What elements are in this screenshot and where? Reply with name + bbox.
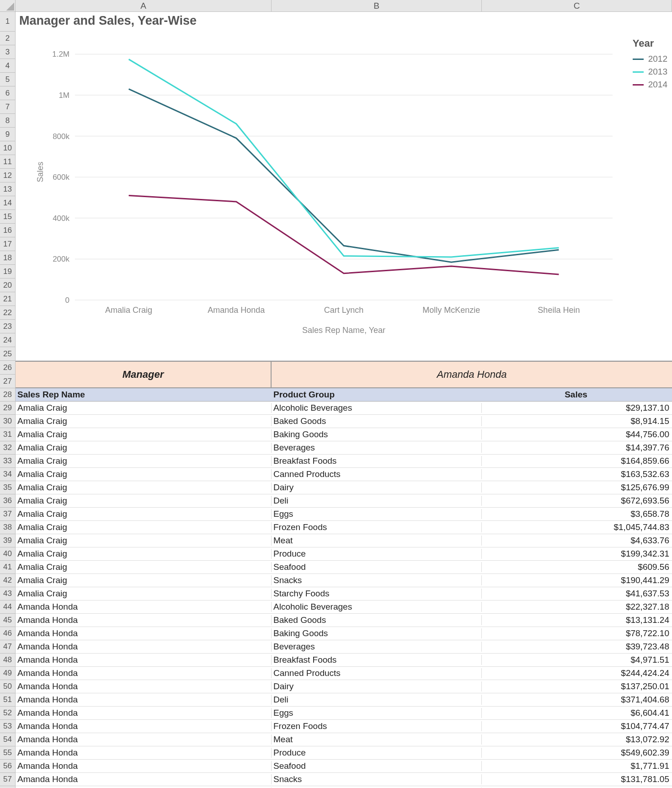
- cell-product-group[interactable]: Eggs: [272, 509, 482, 519]
- column-header-b[interactable]: B: [272, 0, 482, 12]
- cell-sales[interactable]: $22,327.18: [482, 602, 672, 612]
- cell-product-group[interactable]: Frozen Foods: [272, 522, 482, 532]
- row-header-52[interactable]: 52: [0, 707, 16, 720]
- cell-product-group[interactable]: Snacks: [272, 774, 482, 784]
- cell-sales-rep[interactable]: Amalia Craig: [16, 522, 272, 532]
- row-header-55[interactable]: 55: [0, 746, 16, 760]
- table-row[interactable]: Amanda HondaBaking Goods$78,722.10: [16, 627, 672, 640]
- row-header-46[interactable]: 46: [0, 627, 16, 640]
- row-header-25[interactable]: 25: [0, 347, 16, 361]
- row-header-48[interactable]: 48: [0, 654, 16, 667]
- cell-product-group[interactable]: Breakfast Foods: [272, 655, 482, 665]
- row-header-51[interactable]: 51: [0, 693, 16, 707]
- row-header-38[interactable]: 38: [0, 521, 16, 534]
- cell-sales[interactable]: $4,971.51: [482, 655, 672, 665]
- cell-sales-rep[interactable]: Amanda Honda: [16, 615, 272, 625]
- cell-sales-rep[interactable]: Amanda Honda: [16, 602, 272, 612]
- cell-sales-rep[interactable]: Amalia Craig: [16, 496, 272, 506]
- cell-sales-rep[interactable]: Amalia Craig: [16, 536, 272, 546]
- cell-product-group[interactable]: Snacks: [272, 575, 482, 585]
- row-header-56[interactable]: 56: [0, 760, 16, 773]
- chart-object[interactable]: Manager and Sales, Year-Wise 0200k400k60…: [16, 12, 672, 361]
- row-header-19[interactable]: 19: [0, 265, 16, 279]
- row-header-53[interactable]: 53: [0, 720, 16, 733]
- table-row[interactable]: Amanda HondaAlcoholic Beverages$22,327.1…: [16, 600, 672, 614]
- cell-product-group[interactable]: Produce: [272, 748, 482, 758]
- row-header-5[interactable]: 5: [0, 73, 16, 86]
- row-header-37[interactable]: 37: [0, 508, 16, 521]
- row-header-23[interactable]: 23: [0, 320, 16, 333]
- cell-sales[interactable]: $104,774.47: [482, 721, 672, 731]
- cell-sales-rep[interactable]: Amalia Craig: [16, 575, 272, 585]
- table-row[interactable]: Amalia CraigMeat$4,633.76: [16, 534, 672, 547]
- cell-sales[interactable]: $125,676.99: [482, 482, 672, 493]
- row-header-3[interactable]: 3: [0, 45, 16, 59]
- row-header-27[interactable]: 27: [0, 375, 16, 388]
- row-header-32[interactable]: 32: [0, 441, 16, 455]
- cell-sales[interactable]: $3,658.78: [482, 509, 672, 519]
- cell-sales-rep[interactable]: Amanda Honda: [16, 681, 272, 692]
- table-row[interactable]: Amanda HondaDeli$371,404.68: [16, 693, 672, 707]
- cell-sales[interactable]: $13,131.24: [482, 615, 672, 625]
- cell-sales-rep[interactable]: Amanda Honda: [16, 628, 272, 638]
- table-row[interactable]: Amanda HondaMeat$13,072.92: [16, 733, 672, 746]
- table-row[interactable]: Amalia CraigEggs$3,658.78: [16, 508, 672, 521]
- cell-sales-rep[interactable]: Amanda Honda: [16, 695, 272, 705]
- series-line-2012[interactable]: [129, 89, 559, 263]
- cell-product-group[interactable]: Deli: [272, 496, 482, 506]
- cell-sales-rep[interactable]: Amanda Honda: [16, 761, 272, 771]
- cell-sales-rep[interactable]: Amalia Craig: [16, 443, 272, 453]
- row-header-24[interactable]: 24: [0, 333, 16, 347]
- cell-sales-rep[interactable]: Amanda Honda: [16, 734, 272, 745]
- table-row[interactable]: Amanda HondaFrozen Foods$104,774.47: [16, 720, 672, 733]
- column-header-c[interactable]: C: [482, 0, 672, 12]
- row-header-20[interactable]: 20: [0, 279, 16, 292]
- row-header-54[interactable]: 54: [0, 733, 16, 746]
- cell-sales-rep[interactable]: Amalia Craig: [16, 416, 272, 426]
- cell-product-group[interactable]: Breakfast Foods: [272, 456, 482, 466]
- cell-sales[interactable]: $39,723.48: [482, 642, 672, 652]
- column-header-a[interactable]: A: [16, 0, 272, 12]
- cell-sales[interactable]: $163,532.63: [482, 469, 672, 479]
- cell-sales[interactable]: $4,633.76: [482, 536, 672, 546]
- cell-sales[interactable]: $131,781.05: [482, 774, 672, 784]
- table-header-product-group[interactable]: Product Group: [272, 390, 482, 400]
- row-header-4[interactable]: 4: [0, 59, 16, 73]
- table-row[interactable]: Amalia CraigProduce$199,342.31: [16, 547, 672, 561]
- cell-sales[interactable]: $29,137.10: [482, 403, 672, 413]
- cell-product-group[interactable]: Alcoholic Beverages: [272, 403, 482, 413]
- cell-sales-rep[interactable]: Amanda Honda: [16, 655, 272, 665]
- row-header-44[interactable]: 44: [0, 600, 16, 614]
- cell-sales-rep[interactable]: Amanda Honda: [16, 774, 272, 784]
- cell-sales-rep[interactable]: Amalia Craig: [16, 429, 272, 440]
- cell-product-group[interactable]: Dairy: [272, 482, 482, 493]
- cell-sales-rep[interactable]: Amalia Craig: [16, 509, 272, 519]
- table-row[interactable]: Amalia CraigBreakfast Foods$164,859.66: [16, 455, 672, 468]
- cell-product-group[interactable]: Baking Goods: [272, 628, 482, 638]
- row-header-40[interactable]: 40: [0, 547, 16, 561]
- cell-sales-rep[interactable]: Amalia Craig: [16, 456, 272, 466]
- cell-product-group[interactable]: Beverages: [272, 642, 482, 652]
- cell-sales[interactable]: $190,441.29: [482, 575, 672, 585]
- cell-product-group[interactable]: Canned Products: [272, 668, 482, 678]
- cell-product-group[interactable]: Eggs: [272, 708, 482, 718]
- row-header-26[interactable]: 26: [0, 361, 16, 375]
- cell-sales-rep[interactable]: Amalia Craig: [16, 562, 272, 572]
- cell-sales[interactable]: $371,404.68: [482, 695, 672, 705]
- series-line-2013[interactable]: [129, 59, 559, 257]
- table-row[interactable]: Amalia CraigBaking Goods$44,756.00: [16, 428, 672, 441]
- cell-sales-rep[interactable]: Amanda Honda: [16, 708, 272, 718]
- cell-sales[interactable]: $78,722.10: [482, 628, 672, 638]
- cell-product-group[interactable]: Baked Goods: [272, 615, 482, 625]
- row-header-34[interactable]: 34: [0, 468, 16, 481]
- row-header-2[interactable]: 2: [0, 32, 16, 45]
- row-header-49[interactable]: 49: [0, 667, 16, 680]
- table-row[interactable]: Amalia CraigBeverages$14,397.76: [16, 441, 672, 455]
- cell-sales-rep[interactable]: Amalia Craig: [16, 549, 272, 559]
- cell-sales[interactable]: $137,250.01: [482, 681, 672, 692]
- row-header-9[interactable]: 9: [0, 128, 16, 141]
- row-header-21[interactable]: 21: [0, 292, 16, 306]
- row-header-47[interactable]: 47: [0, 640, 16, 654]
- table-row[interactable]: Amanda HondaBreakfast Foods$4,971.51: [16, 654, 672, 667]
- cell-product-group[interactable]: Seafood: [272, 761, 482, 771]
